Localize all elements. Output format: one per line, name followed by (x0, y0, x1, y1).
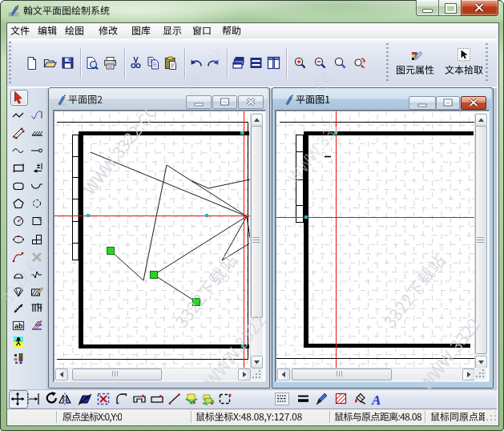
svg-text:ab: ab (14, 322, 23, 330)
svg-text:A: A (371, 393, 381, 407)
